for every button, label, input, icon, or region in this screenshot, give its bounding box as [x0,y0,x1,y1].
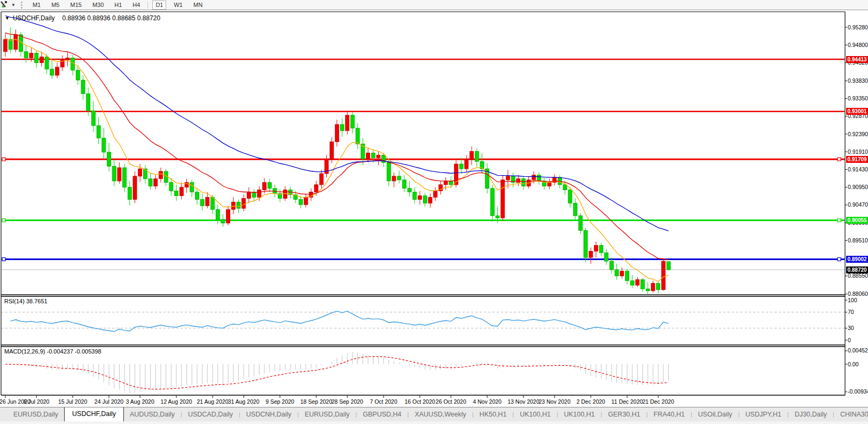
chart-plot-area[interactable]: 0.952800.948000.943200.938300.933500.928… [0,0,868,407]
symbol-dropdown-icon[interactable]: ▼ [5,15,10,21]
macd-indicator-label: MACD(12,26,9) -0.004237 -0.005398 [4,348,101,355]
svg-text:0.90950: 0.90950 [848,184,868,190]
symbol-tab-usdcad-daily[interactable]: USDCAD,Daily [182,409,239,421]
candle-bull [29,53,33,58]
svg-text:3 Aug 2020: 3 Aug 2020 [126,398,154,405]
symbol-tab-uk100-h1[interactable]: UK100,H1 [558,409,601,421]
candle-bull [179,187,183,196]
symbol-tab-eurusd-daily[interactable]: EURUSD,Daily [7,409,64,421]
symbol-tab-bar: EURUSD,DailyUSDCHF,DailyAUDUSD,Daily|USD… [0,407,868,421]
candle-bull [594,245,598,251]
candle-bear [50,69,54,75]
candle-bull [428,197,432,203]
candle-bull [242,198,246,208]
candle-bear [195,192,199,200]
svg-text:16 Oct 2020: 16 Oct 2020 [404,398,435,405]
line-handle [838,219,841,222]
candle-bear [200,200,204,206]
symbol-tab-uk100-h1[interactable]: UK100,H1 [514,409,557,421]
candle-bull [319,174,323,185]
symbol-tab-gbpusd-h4[interactable]: GBPUSD,H4 [357,409,407,421]
candle-bull [335,124,339,142]
svg-text:0.88550: 0.88550 [848,272,868,279]
symbol-tab-usoil-daily[interactable]: USOil,Daily [692,409,738,421]
svg-text:0.91430: 0.91430 [848,166,868,172]
candle-bull [636,280,639,285]
symbol-tab-dj30-daily[interactable]: DJ30,Daily [789,409,833,421]
current-price-label: 0.88720 [846,266,868,273]
line-handle [2,257,5,261]
line-handle [2,158,5,161]
candle-bear [107,152,111,166]
svg-text:0.90470: 0.90470 [848,201,868,208]
svg-text:9 Sep 2020: 9 Sep 2020 [265,398,294,405]
candle-bear [35,53,38,62]
candle-bear [268,183,271,189]
symbol-tab-china300-h1[interactable]: CHINA300,H1 [834,409,868,421]
candle-bull [56,67,59,75]
chart-title: ▼USDCHF,Daily0.88936 0.88936 0.88685 0.8… [5,14,160,22]
symbol-tab-xauusd-weekly[interactable]: XAUUSD,Weekly [409,409,472,421]
svg-text:0.00: 0.00 [848,361,859,367]
candle-bear [221,219,225,223]
symbol-tab-hk50-h1[interactable]: HK50,H1 [474,409,513,421]
svg-text:2 Dec 2020: 2 Dec 2020 [576,398,605,405]
svg-text:23 Nov 2020: 23 Nov 2020 [538,398,570,405]
candle-bear [496,216,499,218]
candle-bear [45,57,49,69]
candle-bull [661,261,665,289]
svg-text:30: 30 [848,325,854,331]
symbol-tab-usdjpy-h1[interactable]: USDJPY,H1 [740,409,787,421]
candle-bull [444,181,448,185]
svg-text:-0.009348: -0.009348 [848,388,868,395]
svg-text:70: 70 [848,309,854,315]
candle-bear [397,176,401,180]
candle-bear [459,164,463,169]
candle-bear [356,128,359,144]
candle-bear [102,138,106,152]
svg-text:26 Oct 2020: 26 Oct 2020 [436,398,466,405]
candle-bear [350,115,354,128]
svg-text:15 Jul 2020: 15 Jul 2020 [58,398,87,405]
candle-bear [423,196,427,203]
svg-text:18 Sep 2020: 18 Sep 2020 [300,398,332,405]
candle-bear [402,180,406,189]
svg-text:21 Aug 2020: 21 Aug 2020 [197,398,229,405]
svg-text:0.91910: 0.91910 [848,148,868,155]
candle-bull [434,191,437,198]
candle-bear [128,187,131,200]
candle-bear [91,111,95,125]
candle-bull [465,160,468,169]
symbol-tab-usdcnh-daily[interactable]: USDCNH,Daily [240,409,298,421]
candle-bear [211,197,215,209]
candle-bull [418,196,422,200]
resistance-line-label: 0.93001 [846,108,868,115]
symbol-tab-fra40-h1[interactable]: FRA40,H1 [648,409,691,421]
candle-bear [568,190,572,203]
candle-bear [237,202,240,208]
symbol-tab-usdchf-daily[interactable]: USDCHF,Daily [64,407,124,421]
rsi-indicator-label: RSI(14) 38.7651 [4,298,48,304]
svg-text:0.94800: 0.94800 [848,42,868,48]
candle-bear [625,271,629,281]
svg-text:21 Dec 2020: 21 Dec 2020 [642,398,674,405]
candle-bear [490,189,494,216]
candle-bull [330,142,334,160]
candle-bull [154,179,158,186]
candle-bear [97,125,100,138]
chart-ohlc-values: 0.88936 0.88936 0.88685 0.88720 [62,14,161,22]
candle-bear [537,175,541,181]
candle-bull [118,168,121,181]
symbol-tab-ger30-h1[interactable]: GER30,H1 [602,409,646,421]
svg-text:31 Aug 2020: 31 Aug 2020 [228,398,260,405]
resistance-line-label: 0.91709 [846,156,868,163]
candle-bull [14,35,18,50]
candle-bear [656,284,660,290]
symbol-tab-audusd-daily[interactable]: AUDUSD,Daily [124,409,181,421]
candle-bear [216,209,220,219]
candle-bull [257,190,261,198]
symbol-tab-eurusd-daily[interactable]: EURUSD,Daily [299,409,355,421]
candle-bull [506,176,510,180]
line-handle [838,158,841,161]
candle-bull [133,176,137,200]
